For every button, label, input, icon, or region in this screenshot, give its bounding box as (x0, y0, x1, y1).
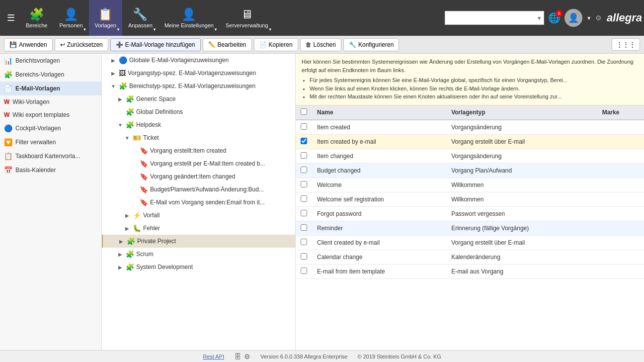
helpdesk-label: Helpdesk (136, 121, 161, 128)
expand-global-definitions[interactable] (117, 109, 124, 115)
copyright-text: © 2019 Steinbeis GmbH & Co. KG (358, 354, 441, 360)
loeschen-label: Löschen (314, 41, 336, 48)
nav-personen[interactable]: 👤 Personen ▼ (53, 0, 88, 36)
berichtsvorlagen-icon: 📊 (4, 57, 12, 65)
expand-globale-email[interactable]: ▶ (110, 58, 117, 63)
table-row[interactable]: Item createdVorgangsänderung (296, 120, 644, 135)
hamburger-menu[interactable]: ☰ (2, 0, 20, 36)
table-row[interactable]: Calendar changeKalenderänderung (296, 250, 644, 264)
row-checkbox[interactable] (301, 253, 307, 260)
sidebar-item-bereichs-vorlagen[interactable]: 🧩 Bereichs-Vorlagen (0, 68, 101, 82)
global-definitions-label: Global Definitions (136, 108, 183, 115)
tree-vorgang-erstellt[interactable]: 🔖 Vorgang erstellt:Item created (102, 144, 295, 157)
bearbeiten-label: Bearbeiten (218, 41, 246, 48)
row-marke (597, 192, 644, 206)
sidebar-item-taskboard[interactable]: 📋 Taskboard Kartenvorla... (0, 149, 101, 163)
sidebar-item-basiskalender[interactable]: 📅 Basis-Kalender (0, 163, 101, 177)
expand-system-development[interactable]: ▶ (117, 265, 124, 270)
global-definitions-icon: 🧩 (126, 108, 134, 116)
tree-email-vom-vorgang[interactable]: 🔖 E-Mail vom Vorgang senden:Email from i… (102, 196, 295, 209)
bearbeiten-button[interactable]: ✏️ Bearbeiten (203, 38, 252, 51)
kopieren-button[interactable]: 📄 Kopieren (254, 38, 298, 51)
anwenden-icon: 💾 (9, 41, 17, 48)
sidebar-item-wiki-export-templates[interactable]: W Wiki export templates (0, 108, 101, 121)
row-checkbox[interactable] (301, 224, 307, 231)
anpassen-arrow: ▼ (153, 27, 157, 32)
tree-system-development[interactable]: ▶ 🧩 System Development (102, 261, 295, 273)
nav-anpassen[interactable]: 🔧 Anpassen ▼ (122, 0, 159, 36)
row-checkbox[interactable] (301, 123, 307, 130)
tree-scrum[interactable]: ▶ 🧩 Scrum (102, 248, 295, 261)
tree-vorgangstyp-spez[interactable]: ▶ 🖼 Vorgangstyp-spez. E-Mail-Vorlagenzuw… (102, 67, 295, 80)
table-row[interactable]: Budget changedVorgang Plan/Aufwand (296, 163, 644, 178)
email-templates-table: Name Vorlagentyp Marke Item createdVorga… (296, 105, 644, 279)
database-icon[interactable]: 🗄 (234, 353, 241, 361)
toolbar-more-button[interactable]: ⋮⋮⋮ (612, 38, 640, 51)
row-checkbox[interactable] (301, 167, 307, 173)
tree-vorfall[interactable]: ▶ ⚡ Vorfall (102, 209, 295, 222)
konfigurieren-icon: 🔧 (349, 41, 356, 48)
add-email-button[interactable]: ➕ E-Mail-Vorlage hinzufügen (110, 38, 201, 51)
vorgangstyp-icon: 🖼 (119, 69, 126, 77)
tree-globale-email[interactable]: ▶ 🔵 Globale E-Mail-Vorlagenzuweisungen (102, 54, 295, 67)
search-input[interactable] (449, 14, 529, 21)
wiki-export-label: Wiki export templates (12, 111, 70, 118)
expand-generic-space[interactable]: ▶ (117, 96, 124, 102)
expand-bereichstyp[interactable]: ▼ (110, 84, 117, 89)
table-row[interactable]: WelcomeWillkommen (296, 178, 644, 192)
tree-budget-planwert[interactable]: 🔖 Budget/Planwert/Aufwand-Änderung:Bud..… (102, 183, 295, 196)
tree-generic-space[interactable]: ▶ 🧩 Generic Space (102, 92, 295, 105)
vorlagen-label: Vorlagen (95, 22, 116, 28)
row-checkbox[interactable] (301, 239, 307, 245)
expand-ticket[interactable]: ▼ (124, 135, 131, 141)
sidebar-item-wiki-vorlagen[interactable]: W Wiki-Vorlagen (0, 95, 101, 108)
tree-bereichstyp-spez[interactable]: ▼ 🧩 Bereichstyp-spez. E-Mail-Vorlagenzuw… (102, 80, 295, 92)
select-all-checkbox[interactable] (301, 108, 307, 115)
expand-vorfall[interactable]: ▶ (124, 213, 131, 218)
sidebar-item-filter-verwalten[interactable]: 🔽 Filter verwalten (0, 135, 101, 149)
table-row[interactable]: ReminderErinnerung (fällige Vorgänge) (296, 221, 644, 235)
nav-vorlagen[interactable]: 📋 Vorlagen ▼ (89, 0, 122, 36)
konfigurieren-button[interactable]: 🔧 Konfigurieren (343, 38, 399, 51)
nav-bereiche[interactable]: 🧩 Bereiche (20, 0, 53, 36)
tree-helpdesk[interactable]: ▼ 🧩 Helpdesk (102, 118, 295, 131)
rest-api-link[interactable]: Rest API (203, 354, 224, 360)
expand-helpdesk[interactable]: ▼ (117, 122, 124, 128)
sidebar-item-cockpit-vorlagen[interactable]: 🔵 Cockpit-Vorlagen (0, 121, 101, 135)
expand-vorgangstyp[interactable]: ▶ (110, 71, 117, 76)
table-row[interactable]: Item changedVorgangsänderung (296, 149, 644, 163)
row-checkbox[interactable] (301, 268, 307, 274)
row-checkbox[interactable] (301, 195, 307, 202)
vorgang-erstellt-email-icon: 🔖 (140, 160, 148, 168)
expand-scrum[interactable]: ▶ (117, 252, 124, 257)
user-avatar[interactable]: 👤 (564, 9, 582, 27)
table-row[interactable]: Item created by e-mailVorgang erstellt ü… (296, 134, 644, 149)
row-checkbox[interactable] (301, 138, 307, 144)
loeschen-button[interactable]: 🗑 Löschen (300, 38, 341, 51)
settings-icon[interactable]: ⚙ (244, 353, 250, 361)
expand-fehler[interactable]: ▶ (124, 226, 131, 231)
zuruecksetzen-button[interactable]: ↩ Zurücksetzen (55, 38, 108, 51)
sidebar-item-email-vorlagen[interactable]: 📄 E-Mail-Vorlagen (0, 82, 101, 95)
sidebar-item-berichtsvorlagen[interactable]: 📊 Berichtsvorlagen (0, 54, 101, 68)
app-logo: allegra (607, 11, 642, 24)
expand-private-project[interactable]: ▶ (118, 239, 125, 244)
search-dropdown-arrow[interactable]: ▼ (537, 15, 542, 21)
nav-meine-einstellungen[interactable]: 👤 Meine Einstellungen ▼ (159, 0, 220, 36)
row-checkbox[interactable] (301, 181, 307, 187)
nav-dropdown-arrow[interactable]: ▼ (586, 15, 591, 21)
tree-vorgang-geaendert[interactable]: 🔖 Vorgang geändert:Item changed (102, 170, 295, 183)
nav-serververwaltung[interactable]: 🖥 Serververwaltung ▼ (220, 0, 274, 36)
table-row[interactable]: E-mail from item templateE-mail aus Vorg… (296, 264, 644, 278)
tree-private-project[interactable]: ▶ 🧩 Private Project (102, 235, 295, 248)
tree-fehler[interactable]: ▶ 🐛 Fehler (102, 222, 295, 235)
tree-ticket[interactable]: ▼ 🎫 Ticket (102, 131, 295, 144)
row-checkbox[interactable] (301, 152, 307, 159)
table-row[interactable]: Welcome self registrationWillkommen (296, 192, 644, 206)
row-checkbox[interactable] (301, 210, 307, 216)
anwenden-button[interactable]: 💾 Anwenden (4, 38, 53, 51)
tree-global-definitions[interactable]: 🧩 Global Definitions (102, 105, 295, 118)
table-row[interactable]: Client created by e-mailVorgang erstellt… (296, 235, 644, 250)
table-row[interactable]: Forgot passwordPasswort vergessen (296, 206, 644, 221)
tree-vorgang-erstellt-email[interactable]: 🔖 Vorgang erstellt per E-Mail:Item creat… (102, 157, 295, 170)
